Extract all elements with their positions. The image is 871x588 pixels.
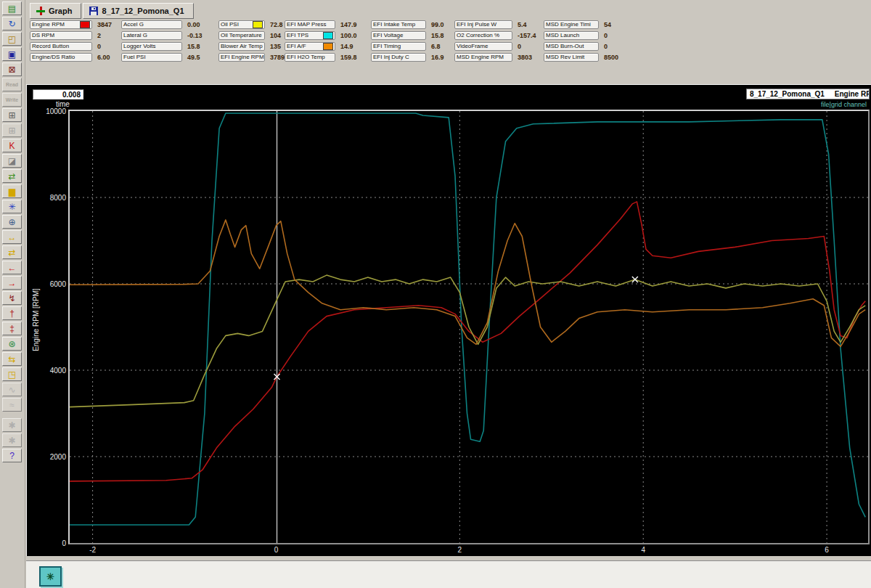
segment-start-icon[interactable]: † <box>2 306 22 320</box>
channel-value: 54 <box>599 21 611 28</box>
compress-x-icon[interactable]: ⇄ <box>2 245 22 259</box>
channel-column: MSD Engine Timi54MSD Launch0MSD Burn-Out… <box>544 20 618 63</box>
channel-value: 147.9 <box>335 21 357 28</box>
channel-button-accel-g[interactable]: Accel G <box>121 20 182 29</box>
help-button[interactable]: ✳ <box>39 566 62 587</box>
x-tick-label: 4 <box>636 546 650 554</box>
context-help-icon[interactable]: ? <box>2 449 22 462</box>
swap-runs-icon[interactable]: ⇆ <box>2 352 22 366</box>
zoom-all-icon[interactable]: ✳ <box>2 200 22 213</box>
segment-end-icon[interactable]: ‡ <box>2 322 22 335</box>
channel-button-msd-rev-limit[interactable]: MSD Rev Limit <box>544 53 599 62</box>
channel-row: EFI MAP Press147.9 <box>285 20 357 29</box>
channel-button-efi-intake-temp[interactable]: EFI Intake Temp <box>371 20 426 29</box>
channel-button-oil-psi[interactable]: Oil PSI <box>218 20 265 29</box>
channel-button-blower-air-temp[interactable]: Blower Air Temp <box>218 42 265 51</box>
quick-graph-icon[interactable]: K <box>2 139 22 152</box>
channel-label: EFI Timing <box>373 43 401 49</box>
channel-label: Blower Air Temp <box>221 43 263 49</box>
upload-run-icon[interactable]: ⊠ <box>2 62 22 76</box>
channel-row: EFI Intake Temp99.0 <box>371 20 444 29</box>
channel-button-efi-inj-duty-c[interactable]: EFI Inj Duty C <box>371 53 426 62</box>
channel-label: EFI H2O Temp <box>287 54 325 60</box>
channel-row: Accel G0.00 <box>121 20 203 29</box>
channel-button-videoframe[interactable]: VideoFrame <box>454 42 512 51</box>
channel-value: 0 <box>92 43 101 50</box>
channel-button-fuel-psi[interactable]: Fuel PSI <box>121 53 182 62</box>
channel-row: EFI A/F14.9 <box>285 41 357 51</box>
channel-button-engine-rpm[interactable]: Engine RPM <box>30 20 92 29</box>
channel-color-swatch <box>323 32 333 39</box>
channel-row: MSD Rev Limit8500 <box>544 52 618 62</box>
channel-button-engine-ds-ratio[interactable]: Engine/DS Ratio <box>30 53 92 62</box>
channel-row: EFI Inj Duty C16.9 <box>371 52 444 62</box>
vehicle-icon[interactable]: ▆ <box>2 184 22 198</box>
plot-area[interactable] <box>68 110 870 544</box>
channel-button-efi-inj-pulse-w[interactable]: EFI Inj Pulse W <box>454 20 512 29</box>
channel-button-efi-voltage[interactable]: EFI Voltage <box>371 31 426 40</box>
open-file-icon[interactable]: ◰ <box>2 32 22 46</box>
channel-button-msd-engine-timi[interactable]: MSD Engine Timi <box>544 20 599 29</box>
export-run-icon[interactable]: ◳ <box>2 367 22 381</box>
channel-value: 0.00 <box>182 21 200 28</box>
channel-button-o2-correction-[interactable]: O2 Correction % <box>454 31 512 40</box>
channel-row: Lateral G-0.13 <box>121 30 203 40</box>
channel-button-efi-tps[interactable]: EFI TPS <box>285 31 335 40</box>
print-icon[interactable]: ⊞ <box>2 108 22 122</box>
expand-x-icon[interactable]: ↔ <box>2 230 22 244</box>
channel-label: Engine RPM <box>32 21 65 28</box>
channel-button-lateral-g[interactable]: Lateral G <box>121 31 182 40</box>
channel-value: 0 <box>599 43 608 50</box>
tab-graph[interactable]: Graph <box>30 3 81 19</box>
cursor-left-icon[interactable]: ← <box>2 261 22 274</box>
filter-off-icon: ≈ <box>2 398 22 412</box>
channel-button-msd-burn-out[interactable]: MSD Burn-Out <box>544 42 599 51</box>
eraser-icon[interactable]: ◪ <box>2 154 22 168</box>
channel-button-ds-rpm[interactable]: DS RPM <box>30 31 92 40</box>
channel-value: 15.8 <box>426 32 444 39</box>
channel-label: Record Button <box>32 43 69 49</box>
channel-button-efi-a-f[interactable]: EFI A/F <box>285 42 335 51</box>
channel-label: MSD Engine RPM <box>457 54 504 60</box>
channel-button-oil-temperature[interactable]: Oil Temperature <box>218 31 265 40</box>
channel-button-msd-engine-rpm[interactable]: MSD Engine RPM <box>454 53 512 62</box>
channel-row: VideoFrame0 <box>454 41 536 51</box>
refresh-icon[interactable]: ↻ <box>2 17 22 30</box>
graph-tab-icon <box>36 7 45 15</box>
channel-label: MSD Rev Limit <box>546 54 584 60</box>
marker-icon[interactable]: ↯ <box>2 291 22 305</box>
channel-button-efi-map-press[interactable]: EFI MAP Press <box>285 20 335 29</box>
channel-button-msd-launch[interactable]: MSD Launch <box>544 31 599 40</box>
channel-value: 0 <box>512 43 521 50</box>
floppy-icon <box>89 7 98 15</box>
y-tick-label: 6000 <box>36 280 66 288</box>
channel-button-logger-volts[interactable]: Logger Volts <box>121 42 182 51</box>
channel-color-swatch <box>80 21 90 28</box>
channel-button-record-button[interactable]: Record Button <box>30 42 92 51</box>
online-icon[interactable]: ⊛ <box>2 337 22 351</box>
channel-button-efi-timing[interactable]: EFI Timing <box>371 42 426 51</box>
zoom-box-icon[interactable]: ⊕ <box>2 215 22 229</box>
channel-label: MSD Launch <box>546 32 579 38</box>
graph-header-box[interactable]: 8_17_12_Pomona_Q1 Engine RPM <box>746 89 870 99</box>
channel-value: 3789 <box>265 54 285 61</box>
channel-row: EFI Timing6.8 <box>371 41 444 51</box>
tab-file[interactable]: 8_17_12_Pomona_Q1 <box>83 3 193 19</box>
channel-row: Logger Volts15.8 <box>121 41 203 51</box>
channel-button-efi-engine-rpm[interactable]: EFI Engine RPM <box>218 53 265 62</box>
channel-label: EFI A/F <box>287 43 306 49</box>
channel-value: 6.8 <box>426 43 441 50</box>
compare-runs-icon[interactable]: ⇄ <box>2 169 22 183</box>
y-tick-label: 8000 <box>36 194 66 202</box>
save-icon[interactable]: ▣ <box>2 47 22 61</box>
channel-value: 3847 <box>92 21 112 28</box>
channel-row: Oil Temperature104 <box>218 30 285 40</box>
channel-column: Accel G0.00Lateral G-0.13Logger Volts15.… <box>121 20 203 63</box>
channel-label: EFI Engine RPM <box>221 54 264 60</box>
channel-value: 72.8 <box>265 21 283 28</box>
cursor-right-icon[interactable]: → <box>2 276 22 290</box>
channel-row: MSD Burn-Out0 <box>544 41 618 51</box>
new-file-icon[interactable]: ▤ <box>2 1 22 15</box>
channel-button-efi-h2o-temp[interactable]: EFI H2O Temp <box>285 53 335 62</box>
channel-row: Blower Air Temp135 <box>218 41 285 51</box>
